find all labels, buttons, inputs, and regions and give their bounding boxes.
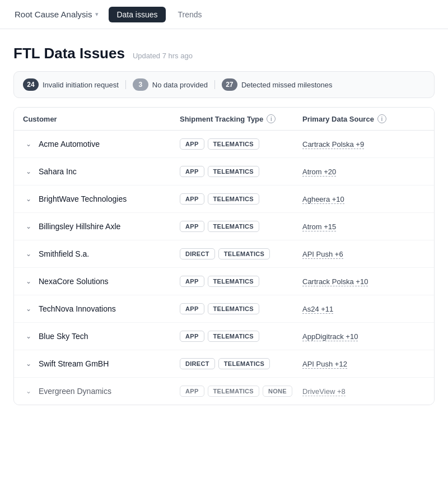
- customer-cell: ⌄Swift Stream GmBH: [23, 358, 180, 369]
- table-row[interactable]: ⌄Smithfield S.a.DIRECTTELEMATICSAPI Push…: [14, 240, 434, 268]
- data-source-link[interactable]: API Push +6: [302, 250, 343, 259]
- filter-invalid-initiation[interactable]: 24 Invalid initiation request: [23, 78, 119, 91]
- customer-cell: ⌄BrightWave Technologies: [23, 193, 180, 205]
- table-row[interactable]: ⌄Blue Sky TechAPPTELEMATICSAppDigitrack …: [14, 323, 434, 350]
- table-row[interactable]: ⌄TechNova InnovationsAPPTELEMATICSAs24 +…: [14, 295, 434, 323]
- tracking-tag: APP: [180, 386, 204, 397]
- tracking-tag: APP: [180, 331, 204, 342]
- table-row[interactable]: ⌄Sahara IncAPPTELEMATICSAtrom +20: [14, 158, 434, 185]
- data-source-link[interactable]: As24 +11: [302, 305, 333, 314]
- tracking-tag: DIRECT: [180, 248, 215, 259]
- table-row[interactable]: ⌄BrightWave TechnologiesAPPTELEMATICSAgh…: [14, 185, 434, 213]
- tracking-tag: TELEMATICS: [208, 138, 259, 150]
- col-header-customer: Customer: [23, 114, 180, 123]
- expand-row-icon[interactable]: ⌄: [23, 166, 34, 177]
- expand-row-icon[interactable]: ⌄: [23, 331, 34, 342]
- customer-cell: ⌄NexaCore Solutions: [23, 276, 180, 287]
- data-source-link[interactable]: Cartrack Polska +9: [302, 140, 364, 149]
- data-source-link[interactable]: Cartrack Polska +10: [302, 277, 368, 286]
- updated-timestamp: Updated 7 hrs ago: [133, 52, 193, 60]
- table-header: Customer Shipment Tracking Type i Primar…: [14, 108, 434, 131]
- tracking-tag: TELEMATICS: [208, 386, 259, 397]
- tracking-tag: TELEMATICS: [208, 193, 259, 205]
- customer-cell: ⌄Acme Automotive: [23, 138, 180, 150]
- tab-data-issues[interactable]: Data issues: [109, 7, 165, 22]
- filter-badge-no-data: 3: [133, 78, 148, 91]
- customer-name: TechNova Innovations: [39, 304, 116, 313]
- nav-title-button[interactable]: Root Cause Analysis ▾: [9, 6, 104, 22]
- data-source[interactable]: As24 +11: [302, 305, 425, 313]
- table-row[interactable]: ⌄NexaCore SolutionsAPPTELEMATICSCartrack…: [14, 268, 434, 295]
- tracking-tags: DIRECTTELEMATICS: [180, 358, 302, 369]
- tracking-tag: APP: [180, 221, 204, 232]
- table-row[interactable]: ⌄Swift Stream GmBHDIRECTTELEMATICSAPI Pu…: [14, 350, 434, 378]
- expand-row-icon[interactable]: ⌄: [23, 248, 34, 259]
- data-source[interactable]: DriveView +8: [302, 387, 425, 396]
- data-source[interactable]: AppDigitrack +10: [302, 332, 425, 341]
- filter-badge-missed: 27: [222, 78, 237, 91]
- tracking-tag: APP: [180, 193, 204, 205]
- col-header-tracking: Shipment Tracking Type i: [180, 114, 302, 123]
- tracking-info-icon[interactable]: i: [267, 114, 276, 123]
- table-row[interactable]: ⌄Acme AutomotiveAPPTELEMATICSCartrack Po…: [14, 131, 434, 158]
- tracking-tag: TELEMATICS: [208, 276, 259, 287]
- customer-name: Acme Automotive: [39, 140, 100, 149]
- expand-row-icon[interactable]: ⌄: [23, 358, 34, 369]
- tracking-tag: TELEMATICS: [208, 331, 259, 342]
- customer-name: Evergreen Dynamics: [39, 387, 111, 396]
- col-header-source: Primary Data Source i: [302, 114, 425, 123]
- filter-label-invalid: Invalid initiation request: [43, 81, 119, 89]
- data-source[interactable]: API Push +12: [302, 360, 425, 368]
- nav-title-chevron: ▾: [95, 11, 99, 18]
- expand-row-icon[interactable]: ⌄: [23, 276, 34, 287]
- expand-row-icon[interactable]: ⌄: [23, 303, 34, 314]
- filter-no-data[interactable]: 3 No data provided: [133, 78, 208, 91]
- tracking-tag: APP: [180, 276, 204, 287]
- tracking-tag: APP: [180, 138, 204, 150]
- customer-cell: ⌄Blue Sky Tech: [23, 331, 180, 342]
- customer-cell: ⌄Billingsley Hillshire Axle: [23, 221, 180, 232]
- filter-divider-1: [125, 80, 126, 89]
- data-source-link[interactable]: Atrom +20: [302, 168, 336, 177]
- data-source-link[interactable]: Agheera +10: [302, 195, 344, 204]
- expand-row-icon[interactable]: ⌄: [23, 193, 34, 205]
- customer-name: NexaCore Solutions: [39, 277, 109, 286]
- filter-missed-milestones[interactable]: 27 Detected missed milestones: [222, 78, 333, 91]
- tracking-tags: APPTELEMATICS: [180, 276, 302, 287]
- data-source[interactable]: Agheera +10: [302, 195, 425, 203]
- data-source-link[interactable]: API Push +12: [302, 360, 347, 369]
- table-row[interactable]: ⌄Evergreen DynamicsAPPTELEMATICSNONEDriv…: [14, 378, 434, 405]
- filter-badge-invalid: 24: [23, 78, 39, 91]
- tracking-tags: APPTELEMATICS: [180, 331, 302, 342]
- tracking-tag: APP: [180, 303, 204, 314]
- top-nav: Root Cause Analysis ▾ Data issues Trends: [0, 0, 448, 29]
- tracking-tag: TELEMATICS: [218, 248, 270, 259]
- data-source[interactable]: Cartrack Polska +9: [302, 140, 425, 149]
- expand-row-icon[interactable]: ⌄: [23, 386, 34, 397]
- data-source[interactable]: API Push +6: [302, 250, 425, 258]
- tracking-tag: TELEMATICS: [208, 303, 259, 314]
- tracking-tag: TELEMATICS: [208, 166, 259, 177]
- filter-label-missed: Detected missed milestones: [241, 81, 333, 89]
- customer-name: Billingsley Hillshire Axle: [39, 222, 120, 231]
- expand-row-icon[interactable]: ⌄: [23, 138, 34, 150]
- tab-trends[interactable]: Trends: [170, 7, 210, 22]
- data-source[interactable]: Atrom +20: [302, 168, 425, 176]
- customer-name: BrightWave Technologies: [39, 194, 127, 203]
- source-info-icon[interactable]: i: [377, 114, 386, 123]
- customer-cell: ⌄Sahara Inc: [23, 166, 180, 177]
- tracking-tag: DIRECT: [180, 358, 215, 369]
- data-source-link[interactable]: DriveView +8: [302, 387, 346, 396]
- nav-title-text: Root Cause Analysis: [15, 10, 92, 19]
- data-source-link[interactable]: AppDigitrack +10: [302, 332, 358, 341]
- data-source[interactable]: Cartrack Polska +10: [302, 277, 425, 286]
- filter-divider-2: [214, 80, 215, 89]
- tracking-tag: APP: [180, 166, 204, 177]
- expand-row-icon[interactable]: ⌄: [23, 221, 34, 232]
- data-source[interactable]: Atrom +15: [302, 222, 425, 231]
- customer-name: Swift Stream GmBH: [39, 359, 109, 368]
- data-table: Customer Shipment Tracking Type i Primar…: [13, 107, 435, 405]
- data-source-link[interactable]: Atrom +15: [302, 222, 336, 231]
- tracking-tags: APPTELEMATICS: [180, 193, 302, 205]
- table-row[interactable]: ⌄Billingsley Hillshire AxleAPPTELEMATICS…: [14, 213, 434, 240]
